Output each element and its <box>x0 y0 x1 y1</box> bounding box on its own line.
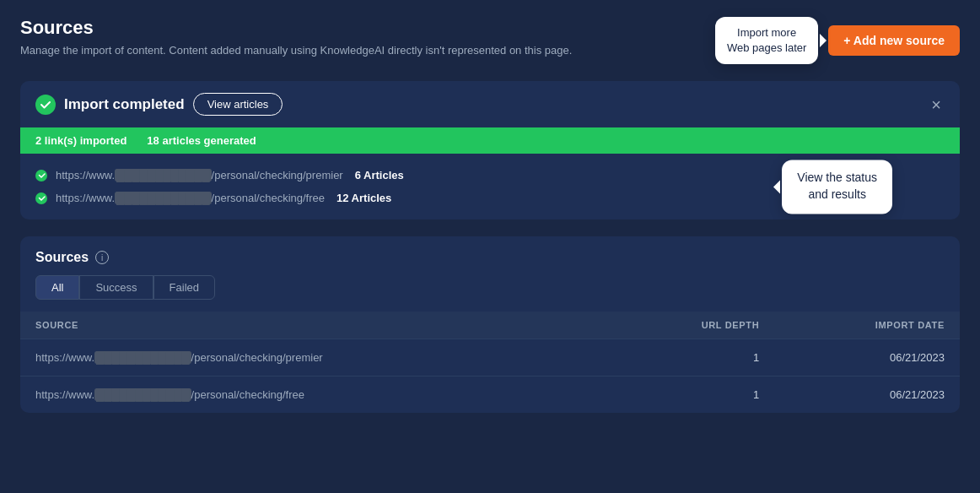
header-left: Sources Manage the import of content. Co… <box>20 17 572 57</box>
table-row: https://www.████████████/personal/checki… <box>20 339 960 377</box>
articles-generated-stat: 18 articles generated <box>147 134 256 147</box>
status-tooltip-line1: View the status <box>797 171 877 185</box>
page-wrapper: Sources Manage the import of content. Co… <box>0 0 980 430</box>
header-right: Import more Web pages later + Add new so… <box>715 17 960 64</box>
view-articles-button[interactable]: View articles <box>193 93 283 116</box>
sources-table: SOURCE URL DEPTH IMPORT DATE https://www… <box>20 312 960 413</box>
status-tooltip: View the status and results <box>782 160 892 214</box>
result-url-2: https://www.████████████/personal/checki… <box>56 192 325 204</box>
import-card: Import completed View articles × 2 link(… <box>20 81 960 219</box>
status-tooltip-line2: and results <box>808 187 865 201</box>
import-title: Import completed <box>64 96 185 113</box>
header-tooltip: Import more Web pages later <box>715 17 818 64</box>
table-row: https://www.████████████/personal/checki… <box>20 377 960 414</box>
filter-tabs: All Success Failed <box>20 275 960 312</box>
page-title: Sources <box>20 17 572 39</box>
url-depth-2: 1 <box>611 377 774 414</box>
import-progress-bar: 2 link(s) imported 18 articles generated <box>20 127 960 154</box>
result-count-1: 6 Articles <box>355 169 404 181</box>
sources-section-title: Sources <box>35 250 89 265</box>
result-success-icon <box>35 192 47 204</box>
filter-tab-all[interactable]: All <box>35 275 79 300</box>
table-body: https://www.████████████/personal/checki… <box>20 339 960 414</box>
add-source-button[interactable]: + Add new source <box>828 25 960 56</box>
import-card-header: Import completed View articles × <box>20 81 960 127</box>
check-circle-icon <box>35 95 56 115</box>
result-count-2: 12 Articles <box>337 192 391 204</box>
header-tooltip-line2: Web pages later <box>727 41 806 54</box>
result-url-1: https://www.████████████/personal/checki… <box>56 169 343 181</box>
col-url-depth: URL DEPTH <box>611 312 774 339</box>
header-tooltip-line1: Import more <box>737 26 796 39</box>
table-header: SOURCE URL DEPTH IMPORT DATE <box>20 312 960 339</box>
sources-card-header: Sources i <box>20 236 960 275</box>
close-import-button[interactable]: × <box>928 96 945 113</box>
import-date-2: 06/21/2023 <box>774 377 960 414</box>
page-header: Sources Manage the import of content. Co… <box>20 17 960 64</box>
col-import-date: IMPORT DATE <box>774 312 960 339</box>
info-icon[interactable]: i <box>95 251 109 264</box>
import-card-title: Import completed View articles <box>35 93 283 116</box>
import-date-1: 06/21/2023 <box>774 339 960 377</box>
result-success-icon <box>35 170 47 181</box>
import-results: https://www.████████████/personal/checki… <box>20 154 960 219</box>
url-depth-1: 1 <box>611 339 774 377</box>
page-description: Manage the import of content. Content ad… <box>20 44 572 57</box>
sources-card: Sources i All Success Failed SOURCE URL … <box>20 236 960 413</box>
source-url-2: https://www.████████████/personal/checki… <box>20 377 611 414</box>
links-imported-stat: 2 link(s) imported <box>35 134 127 147</box>
source-url-1: https://www.████████████/personal/checki… <box>20 339 611 377</box>
filter-tab-failed[interactable]: Failed <box>153 275 215 300</box>
filter-tab-success[interactable]: Success <box>79 275 153 300</box>
col-source: SOURCE <box>20 312 611 339</box>
